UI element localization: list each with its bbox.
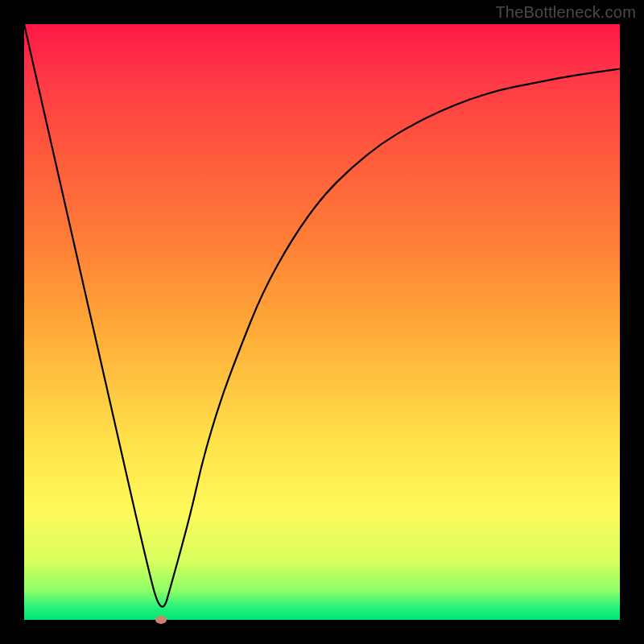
plot-gradient-background <box>24 24 620 620</box>
chart-frame: TheBottleneck.com <box>0 0 644 644</box>
attribution-text: TheBottleneck.com <box>495 3 636 22</box>
